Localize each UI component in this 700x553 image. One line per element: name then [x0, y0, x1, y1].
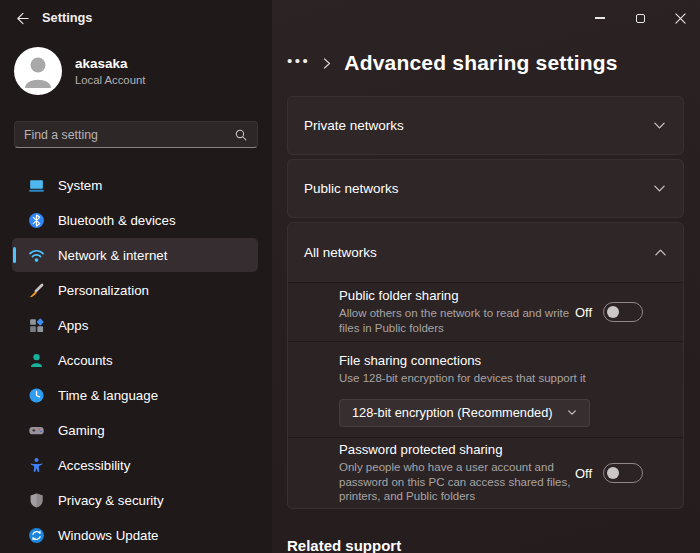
sidebar-item-apps[interactable]: Apps	[12, 308, 258, 342]
sidebar-item-label: Accessibility	[58, 458, 130, 473]
minimize-button[interactable]	[580, 0, 620, 36]
gamepad-icon	[28, 422, 45, 439]
toggle-knob	[607, 467, 619, 479]
setting-row-public-folder-sharing: Public folder sharing Allow others on th…	[288, 282, 683, 341]
card-private-networks[interactable]: Private networks	[287, 96, 684, 155]
account-section[interactable]: akasaka Local Account	[14, 47, 145, 95]
settings-content: Private networks Public networks All net…	[287, 96, 684, 553]
setting-title: File sharing connections	[339, 353, 643, 368]
bluetooth-icon	[28, 212, 45, 229]
sidebar-item-label: Gaming	[58, 423, 105, 438]
chevron-up-icon	[654, 248, 667, 257]
system-icon	[28, 177, 45, 194]
update-icon	[28, 527, 45, 544]
setting-description: Use 128-bit encryption for devices that …	[339, 371, 643, 386]
related-support-heading: Related support	[287, 537, 684, 553]
card-title: Private networks	[304, 118, 653, 133]
sidebar-item-network-internet[interactable]: Network & internet	[12, 238, 258, 272]
sidebar-nav: System Bluetooth & devices Network & int…	[12, 168, 258, 553]
search-icon	[234, 128, 248, 142]
back-arrow-icon	[15, 11, 30, 26]
sidebar-item-label: Network & internet	[58, 248, 167, 263]
setting-title: Password protected sharing	[339, 442, 575, 457]
clock-icon	[28, 387, 45, 404]
sidebar-item-label: Time & language	[58, 388, 158, 403]
apps-icon	[28, 317, 45, 334]
chevron-down-icon	[653, 184, 666, 193]
paintbrush-icon	[28, 282, 45, 299]
minimize-icon	[595, 17, 605, 18]
setting-title: Public folder sharing	[339, 288, 575, 303]
account-name: akasaka	[75, 56, 145, 71]
breadcrumb-overflow-button[interactable]: •••	[287, 52, 310, 74]
window-title: Settings	[42, 0, 92, 36]
setting-row-password-protected-sharing: Password protected sharing Only people w…	[288, 437, 683, 508]
sidebar-item-bluetooth-devices[interactable]: Bluetooth & devices	[12, 203, 258, 237]
sidebar-item-label: Privacy & security	[58, 493, 164, 508]
toggle-knob	[607, 306, 619, 318]
setting-description: Only people who have a user account and …	[339, 460, 575, 504]
toggle-state-label: Off	[575, 466, 592, 481]
sidebar: Settings akasaka Local Account System	[0, 0, 272, 553]
sidebar-item-label: System	[58, 178, 102, 193]
window-controls	[580, 0, 700, 36]
sidebar-item-privacy-security[interactable]: Privacy & security	[12, 483, 258, 517]
dropdown-selected-value: 128-bit encryption (Recommended)	[352, 405, 553, 420]
search-box[interactable]	[14, 121, 258, 148]
sidebar-item-accounts[interactable]: Accounts	[12, 343, 258, 377]
sidebar-item-label: Apps	[58, 318, 88, 333]
account-type: Local Account	[75, 74, 145, 86]
sidebar-item-windows-update[interactable]: Windows Update	[12, 518, 258, 552]
wifi-icon	[28, 247, 45, 264]
maximize-button[interactable]	[620, 0, 660, 36]
toggle-state-label: Off	[575, 305, 592, 320]
card-title: Public networks	[304, 181, 653, 196]
sidebar-item-personalization[interactable]: Personalization	[12, 273, 258, 307]
chevron-down-icon	[567, 409, 577, 416]
person-icon	[28, 352, 45, 369]
page-title: Advanced sharing settings	[344, 51, 617, 75]
sidebar-item-system[interactable]: System	[12, 168, 258, 202]
sidebar-item-label: Windows Update	[58, 528, 159, 543]
sidebar-item-accessibility[interactable]: Accessibility	[12, 448, 258, 482]
card-title: All networks	[304, 245, 654, 260]
maximize-icon	[636, 14, 645, 23]
avatar	[14, 47, 62, 95]
selection-indicator	[13, 247, 16, 263]
shield-icon	[28, 492, 45, 509]
chevron-right-icon	[322, 57, 332, 70]
sidebar-item-label: Accounts	[58, 353, 113, 368]
public-folder-sharing-toggle[interactable]	[603, 302, 643, 322]
breadcrumb: ••• Advanced sharing settings	[287, 46, 618, 80]
card-all-networks: All networks Public folder sharing Allow…	[287, 222, 684, 509]
accessibility-icon	[28, 457, 45, 474]
setting-description: Allow others on the network to read and …	[339, 306, 575, 335]
password-protected-sharing-toggle[interactable]	[603, 463, 643, 483]
sidebar-item-gaming[interactable]: Gaming	[12, 413, 258, 447]
chevron-down-icon	[653, 121, 666, 130]
close-button[interactable]	[660, 0, 700, 36]
main-panel: ••• Advanced sharing settings Private ne…	[272, 0, 700, 553]
sidebar-item-time-language[interactable]: Time & language	[12, 378, 258, 412]
sidebar-item-label: Bluetooth & devices	[58, 213, 176, 228]
encryption-dropdown[interactable]: 128-bit encryption (Recommended)	[339, 399, 590, 427]
close-icon	[675, 13, 686, 24]
all-networks-header[interactable]: All networks	[288, 223, 683, 282]
search-input[interactable]	[24, 128, 234, 142]
sidebar-item-label: Personalization	[58, 283, 149, 298]
card-public-networks[interactable]: Public networks	[287, 159, 684, 218]
back-button[interactable]	[8, 5, 36, 31]
setting-row-file-sharing-connections: File sharing connections Use 128-bit enc…	[288, 341, 683, 437]
